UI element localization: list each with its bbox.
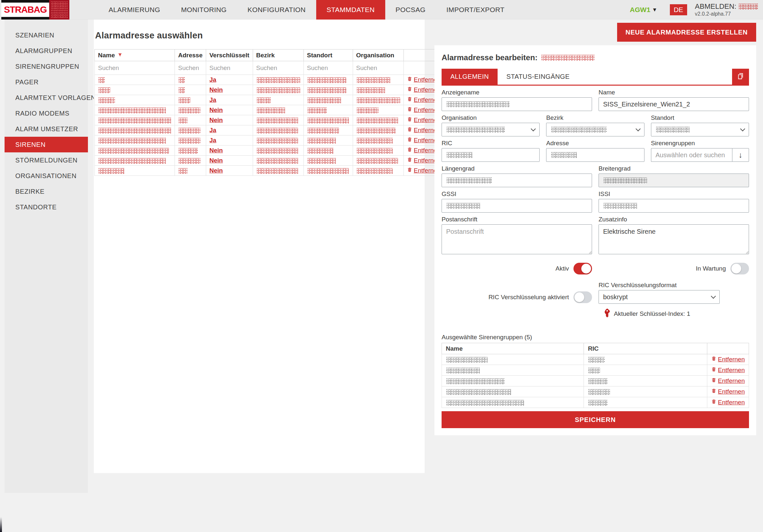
trash-icon — [711, 367, 716, 374]
cell-bezirk — [253, 146, 303, 156]
sidebar-item-alarmtext-vorlagen[interactable]: ALARMTEXT VORLAGEN — [5, 90, 88, 105]
search-input-organisation[interactable] — [356, 64, 400, 72]
sidebar-item-alarmgruppen[interactable]: ALARMGRUPPEN — [5, 43, 88, 58]
search-input-standort[interactable] — [307, 64, 349, 72]
sidebar-item-pager[interactable]: PAGER — [5, 74, 88, 90]
create-alarm-address-button[interactable]: NEUE ALARMADRESSE ERSTELLEN — [617, 23, 756, 42]
encrypted-link[interactable]: Ja — [209, 76, 216, 83]
trash-icon — [407, 157, 412, 164]
table-row: JaEntfernen — [95, 136, 444, 146]
column-header-verschl-sselt[interactable]: Verschlüsselt — [206, 50, 253, 61]
cell-organisation — [353, 146, 403, 156]
name-field[interactable] — [599, 97, 749, 111]
gssi-field[interactable] — [442, 199, 592, 213]
sidebar-item-radio-modems[interactable]: RADIO MODEMS — [5, 105, 88, 121]
sidebar-item-bezirke[interactable]: BEZIRKE — [5, 184, 88, 199]
sirenengruppen-dropdown-button[interactable]: ↓ — [732, 148, 749, 162]
remove-group-link[interactable]: Entfernen — [711, 399, 745, 406]
encrypted-link[interactable]: Ja — [209, 96, 216, 103]
remove-group-link[interactable]: Entfernen — [711, 367, 745, 374]
column-header-standort[interactable]: Standort — [303, 50, 353, 61]
encrypted-link[interactable]: Nein — [209, 106, 223, 113]
sidebar-item-sirenengruppen[interactable]: SIRENENGRUPPEN — [5, 58, 88, 74]
column-header-organisation[interactable]: Organisation — [353, 50, 403, 61]
column-header-adresse[interactable]: Adresse — [175, 50, 206, 61]
tab-allgemein[interactable]: ALLGEMEIN — [442, 69, 497, 85]
table-row: NeinEntfernen — [95, 156, 444, 166]
column-header-bezirk[interactable]: Bezirk — [253, 50, 303, 61]
sidebar-item-alarm-umsetzer[interactable]: ALARM UMSETZER — [5, 121, 88, 137]
cell-standort — [303, 136, 353, 146]
cell-verschluesselt: Ja — [206, 95, 253, 105]
logout-link[interactable]: ABMELDEN: — [695, 2, 758, 11]
search-input-adresse[interactable] — [178, 64, 203, 72]
encrypted-link[interactable]: Ja — [209, 127, 216, 134]
ric-verschluesselung-toggle[interactable] — [574, 291, 592, 303]
redacted-value — [603, 203, 637, 209]
ric-field[interactable] — [442, 148, 540, 162]
sirenengruppen-search-input[interactable] — [651, 148, 732, 162]
cell-adresse — [175, 115, 206, 125]
search-input-bezirk[interactable] — [256, 64, 300, 72]
cell-standort — [303, 105, 353, 115]
table-header-row: NameAdresseVerschlüsseltBezirkStandortOr… — [95, 50, 444, 61]
cell-standort — [303, 166, 353, 176]
search-input-verschl-sselt[interactable] — [209, 64, 250, 72]
cell-adresse — [175, 95, 206, 105]
remove-group-link[interactable]: Entfernen — [711, 388, 745, 395]
postanschrift-textarea[interactable] — [442, 224, 592, 254]
trash-icon — [407, 86, 412, 93]
copy-button[interactable] — [732, 69, 749, 85]
cell-adresse — [175, 156, 206, 166]
nav-item-stammdaten[interactable]: STAMMDATEN — [316, 0, 385, 20]
zusatzinfo-textarea[interactable]: Elektrische Sirene — [599, 224, 749, 254]
group-cell-actions: Entfernen — [707, 376, 749, 386]
trash-icon — [711, 399, 716, 406]
cell-adresse — [175, 75, 206, 85]
nav-item-import-export[interactable]: IMPORT/EXPORT — [436, 0, 515, 20]
remove-group-link[interactable]: Entfernen — [711, 377, 745, 384]
gateway-selector[interactable]: AGW1 ▾ — [630, 6, 656, 14]
selected-groups-table: NameRIC EntfernenEntfernenEntfernenEntfe… — [442, 343, 749, 408]
encrypted-link[interactable]: Nein — [209, 117, 223, 123]
sidebar-item-organisationen[interactable]: ORGANISATIONEN — [5, 168, 88, 184]
aktiv-toggle[interactable] — [574, 263, 592, 274]
filter-icon — [118, 52, 122, 59]
redacted-value — [446, 177, 492, 183]
sidebar-item-sirenen[interactable]: SIRENEN — [5, 137, 88, 153]
column-header-name[interactable]: Name — [95, 50, 175, 61]
encrypted-link[interactable]: Ja — [209, 137, 216, 144]
aktiv-label: Aktiv — [556, 265, 569, 272]
anzeigename-field[interactable] — [442, 97, 592, 111]
copy-icon — [737, 72, 744, 81]
nav-item-alarmierung[interactable]: ALARMIERUNG — [98, 0, 170, 20]
encrypted-link[interactable]: Nein — [209, 167, 223, 174]
search-input-name[interactable] — [98, 64, 171, 72]
sidebar-item-standorte[interactable]: STANDORTE — [5, 199, 88, 215]
nav-item-konfiguration[interactable]: KONFIGURATION — [237, 0, 316, 20]
organisation-select[interactable] — [442, 123, 540, 137]
tab-status-eingaenge[interactable]: STATUS-EINGÄNGE — [497, 69, 578, 85]
in-wartung-toggle[interactable] — [730, 263, 749, 274]
bezirk-select[interactable] — [546, 123, 644, 137]
adresse-field[interactable] — [546, 148, 644, 162]
remove-group-link[interactable]: Entfernen — [711, 356, 745, 363]
nav-item-pocsag[interactable]: POCSAG — [385, 0, 436, 20]
language-badge[interactable]: DE — [670, 4, 687, 15]
laengengrad-field[interactable] — [442, 173, 592, 187]
ric-format-select[interactable]: boskrypt — [599, 290, 720, 304]
chevron-down-icon — [635, 126, 641, 131]
breitengrad-field — [599, 173, 749, 187]
encrypted-link[interactable]: Nein — [209, 157, 223, 164]
sidebar-item-st-rmeldungen[interactable]: STÖRMELDUNGEN — [5, 153, 88, 168]
group-cell-actions: Entfernen — [707, 354, 749, 365]
nav-item-monitoring[interactable]: MONITORING — [170, 0, 237, 20]
issi-field[interactable] — [599, 199, 749, 213]
save-button[interactable]: SPEICHERN — [442, 411, 749, 428]
redacted-value — [656, 127, 690, 133]
standort-select[interactable] — [651, 123, 749, 137]
sidebar-item-szenarien[interactable]: SZENARIEN — [5, 27, 88, 43]
encrypted-link[interactable]: Nein — [209, 147, 223, 154]
table-row: NeinEntfernen — [95, 166, 444, 176]
encrypted-link[interactable]: Nein — [209, 86, 223, 93]
